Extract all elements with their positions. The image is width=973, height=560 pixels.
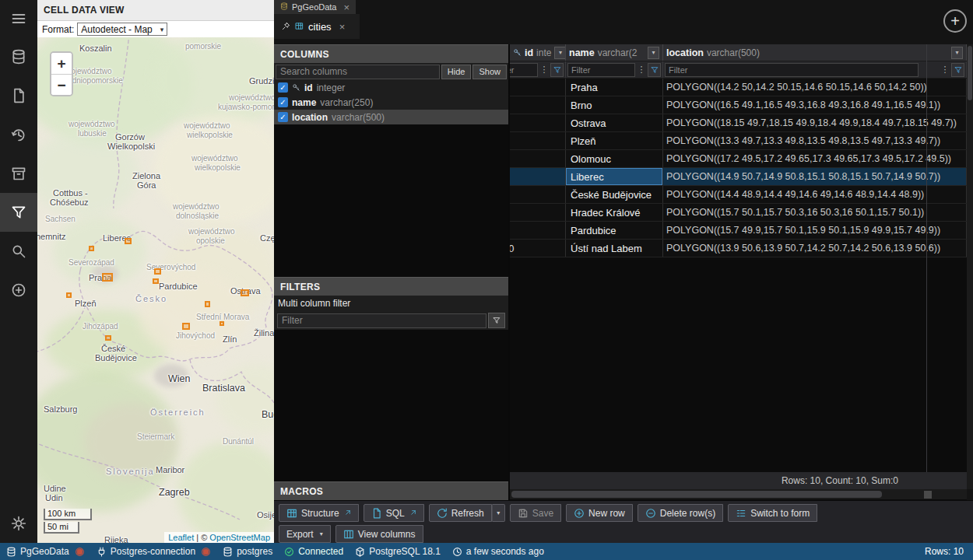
format-select[interactable]: Autodetect - Map ▾ (77, 23, 167, 36)
grid-column-header-id[interactable]: idinte▾ (510, 44, 566, 61)
cell-location[interactable]: POLYGON((14.4 48.9,14.4 49,14.6 49,14.6 … (663, 186, 967, 203)
map[interactable]: Koszalinpomorskiewojewództwozachodniopom… (37, 37, 274, 543)
grid-filter-input-name[interactable] (567, 63, 635, 77)
column-list-item-id[interactable]: ✓idinteger (274, 80, 508, 95)
city-polygon-marker[interactable] (205, 301, 210, 307)
zoom-in-button[interactable]: + (51, 53, 72, 74)
sql-button[interactable]: SQL (364, 504, 424, 522)
city-polygon-marker[interactable] (125, 238, 132, 244)
grid-row[interactable]: 5OlomoucPOLYGON((17.2 49.5,17.2 49.65,17… (510, 150, 967, 168)
horizontal-scrollbar[interactable] (510, 489, 967, 499)
cell-name[interactable]: Pardubice (566, 222, 663, 239)
cell-id[interactable]: 5 (510, 150, 566, 167)
leaflet-link[interactable]: Leaflet (168, 533, 194, 542)
grid-row[interactable]: 3OstravaPOLYGON((18.15 49.7,18.15 49.9,1… (510, 114, 967, 132)
cell-location[interactable]: POLYGON((16.5 49.1,16.5 49.3,16.8 49.3,1… (663, 96, 967, 114)
structure-button[interactable]: Structure (279, 504, 359, 522)
cell-location[interactable]: POLYGON((13.3 49.7,13.3 49.8,13.5 49.8,1… (663, 132, 967, 149)
city-polygon-marker[interactable] (182, 323, 190, 330)
grid-filter-input-location[interactable] (665, 63, 919, 77)
cell-name[interactable]: Ostrava (566, 114, 663, 131)
cell-name[interactable]: Olomouc (566, 150, 663, 167)
cell-location[interactable]: POLYGON((14.9 50.7,14.9 50.8,15.1 50.8,1… (663, 168, 967, 185)
statusbar-current-database[interactable]: postgres (223, 546, 272, 557)
horizontal-scrollbar-thumb[interactable] (511, 491, 882, 498)
cell-id[interactable]: 2 (510, 96, 566, 114)
refresh-button[interactable]: Refresh (429, 504, 492, 522)
cell-id[interactable]: 1 (510, 79, 566, 96)
cell-id[interactable]: 10 (510, 240, 566, 257)
column-list-item-location[interactable]: ✓locationvarchar(500) (274, 110, 508, 124)
column-list-item-name[interactable]: ✓namevarchar(250) (274, 95, 508, 110)
statusbar-tab-database[interactable]: PgGeoData (6, 546, 69, 557)
sidebar-add-connection-button[interactable] (0, 271, 37, 310)
cell-location[interactable]: POLYGON((17.2 49.5,17.2 49.65,17.3 49.65… (663, 150, 967, 167)
tab-cities[interactable]: cities × (274, 14, 360, 39)
column-menu-button[interactable]: ▾ (554, 47, 566, 59)
grid-column-header-location[interactable]: locationvarchar(500)▾ (663, 44, 967, 61)
city-polygon-marker[interactable] (241, 289, 249, 296)
city-polygon-marker[interactable] (102, 273, 113, 282)
filter-funnel-button[interactable] (550, 63, 564, 77)
column-menu-button[interactable]: ▾ (648, 47, 659, 59)
city-polygon-marker[interactable] (153, 278, 159, 284)
osm-link[interactable]: OpenStreetMap (209, 533, 270, 542)
cell-id[interactable]: 3 (510, 114, 566, 131)
view-columns-button[interactable]: View columns (335, 525, 423, 543)
zoom-out-button[interactable]: − (51, 74, 72, 95)
sidebar-menu-button[interactable] (0, 0, 37, 37)
cell-id[interactable]: 8 (510, 204, 566, 221)
search-columns-input[interactable] (276, 65, 440, 79)
filters-widget-header[interactable]: FILTERS (274, 277, 508, 296)
sidebar-connections-button[interactable] (0, 37, 37, 76)
tab-database-group[interactable]: PgGeoData × (274, 0, 356, 14)
cell-name[interactable]: České Budějovice (566, 186, 663, 203)
columns-widget-header[interactable]: COLUMNS (274, 44, 508, 63)
filter-options-button[interactable]: ⋮ (637, 65, 646, 75)
cell-location[interactable]: POLYGON((15.7 50.1,15.7 50.3,16 50.3,16 … (663, 204, 967, 221)
sidebar-files-button[interactable] (0, 76, 37, 115)
sidebar-cell-data-view-button[interactable] (0, 193, 37, 232)
filter-options-button[interactable]: ⋮ (539, 65, 549, 75)
city-polygon-marker[interactable] (89, 246, 94, 251)
checkbox-checked[interactable]: ✓ (278, 97, 288, 107)
grid-row[interactable]: 7České BudějovicePOLYGON((14.4 48.9,14.4… (510, 186, 967, 204)
statusbar-last-refresh[interactable]: a few seconds ago (452, 546, 544, 557)
checkbox-checked[interactable]: ✓ (278, 82, 288, 93)
city-polygon-marker[interactable] (220, 321, 224, 326)
close-icon[interactable]: × (339, 21, 346, 33)
statusbar-connection[interactable]: Postgres-connection (97, 546, 195, 557)
cell-location[interactable]: POLYGON((18.15 49.7,18.15 49.9,18.4 49.9… (663, 114, 967, 131)
city-polygon-marker[interactable] (105, 335, 111, 341)
column-menu-button[interactable]: ▾ (951, 47, 963, 59)
grid-filter-input-id[interactable] (510, 63, 538, 77)
city-polygon-marker[interactable] (66, 292, 72, 298)
grid-row[interactable]: 2BrnoPOLYGON((16.5 49.1,16.5 49.3,16.8 4… (510, 96, 967, 114)
cell-id[interactable]: 9 (510, 222, 566, 239)
sidebar-search-button[interactable] (0, 232, 37, 271)
macros-widget-header[interactable]: MACROS (274, 481, 508, 500)
grid-column-header-name[interactable]: namevarchar(2▾ (566, 44, 663, 61)
hide-button[interactable]: Hide (441, 65, 472, 79)
cell-id[interactable]: 6 (510, 168, 566, 185)
cell-location[interactable]: POLYGON((14.2 50,14.2 50.15,14.6 50.15,1… (663, 79, 967, 96)
new-connection-button[interactable]: + (943, 9, 967, 33)
cell-name[interactable]: Ústí nad Labem (566, 240, 663, 257)
grid-row[interactable]: 8Hradec KrálovéPOLYGON((15.7 50.1,15.7 5… (510, 204, 967, 222)
statusbar-connection-status[interactable]: Connected (284, 546, 343, 557)
grid-row[interactable]: 4PlzeňPOLYGON((13.3 49.7,13.3 49.8,13.5 … (510, 132, 967, 150)
sidebar-settings-button[interactable] (0, 504, 37, 543)
filter-funnel-button[interactable] (951, 63, 964, 77)
cell-location[interactable]: POLYGON((15.7 49.9,15.7 50.1,15.9 50.1,1… (663, 222, 967, 239)
sidebar-query-history-button[interactable] (0, 115, 37, 154)
checkbox-checked[interactable]: ✓ (278, 112, 288, 122)
vertical-scrollbar[interactable] (967, 44, 973, 489)
filter-options-button[interactable]: ⋮ (940, 65, 950, 75)
save-button[interactable]: Save (510, 504, 561, 522)
grid-row[interactable]: 6LiberecPOLYGON((14.9 50.7,14.9 50.8,15.… (510, 168, 967, 186)
filter-funnel-button[interactable] (648, 63, 661, 77)
delete-row-s--button[interactable]: Delete row(s) (638, 504, 723, 522)
vertical-scrollbar-thumb[interactable] (968, 46, 972, 100)
cell-name[interactable]: Plzeň (566, 132, 663, 149)
show-button[interactable]: Show (472, 65, 507, 79)
